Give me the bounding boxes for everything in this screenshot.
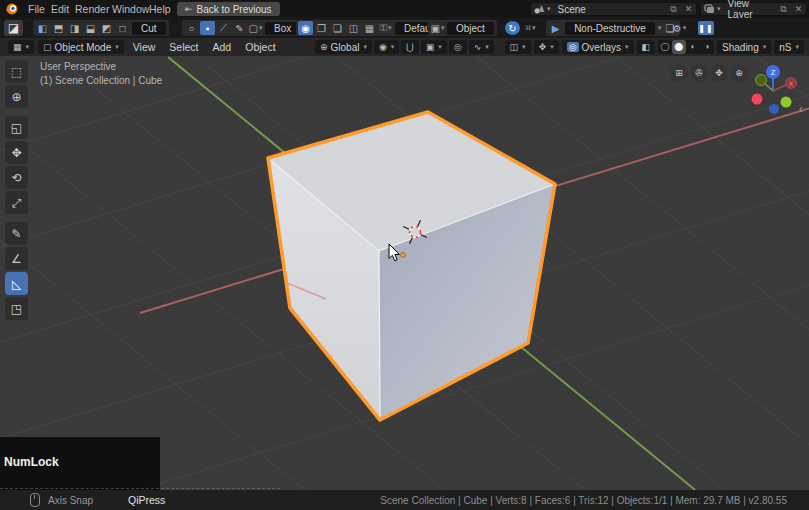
scene-icon: ▾ (531, 4, 554, 14)
object-mode-icon: ▢ (43, 42, 52, 52)
shape-box-icon[interactable]: ▪ (200, 21, 215, 35)
delete-view-layer-icon[interactable]: ✕ (791, 4, 806, 14)
play-icon[interactable]: ▶ (548, 21, 563, 35)
transform-tool[interactable]: ◱ (5, 116, 28, 139)
move-tool[interactable]: ✥ (5, 141, 28, 164)
pause-button[interactable]: ❚❚ (698, 21, 714, 35)
rotate-tool[interactable]: ⟲ (5, 166, 28, 189)
menu-object[interactable]: Object (240, 41, 280, 53)
view-layer-name: View Layer (724, 0, 776, 20)
origin-corner-icon[interactable]: ❏ (330, 21, 345, 35)
scene-selector[interactable]: ▾ Scene ⧉ ✕ (530, 2, 697, 16)
menu-view[interactable]: View (128, 41, 161, 53)
origin-center-icon[interactable]: ◉ (298, 21, 313, 35)
object-visibility-dropdown[interactable]: ◫▾ (505, 40, 531, 54)
viewport-3d[interactable]: ▦▾ ▢ Object Mode▾ View Select Add Object… (0, 38, 809, 490)
falloff-dropdown[interactable]: ∿▾ (469, 40, 494, 54)
back-to-previous-button[interactable]: ⇤ Back to Previous (177, 2, 280, 16)
shading-material-icon[interactable]: ◐ (686, 40, 700, 54)
shading-label: Shading (722, 42, 759, 53)
lock-icon[interactable]: ⚿▾ (378, 21, 393, 35)
proportional-toggle[interactable]: ◎ (449, 40, 467, 54)
delete-scene-icon[interactable]: ✕ (681, 4, 696, 14)
annotate-tool[interactable]: ✎ (5, 222, 28, 245)
menu-select[interactable]: Select (164, 41, 203, 53)
keymap-hint: Axis Snap (48, 495, 93, 506)
orientation-icon[interactable]: ▣▾ (430, 21, 445, 35)
shape-group: ○ ▪ ⟋ ✎ ▢▾ Box (182, 20, 303, 36)
snap-toggle[interactable]: ⋃ (401, 40, 418, 54)
cut-mode-group: ◧ ⬒ ◨ ⬓ ◩ □ Cut (33, 20, 169, 36)
view-perspective-label: User Perspective (40, 61, 116, 72)
cut-slice-icon[interactable]: ◨ (67, 21, 82, 35)
gizmo-z-neg[interactable] (769, 104, 779, 114)
overlays-toggle[interactable]: ◎ Overlays▾ (562, 40, 634, 54)
align-field[interactable]: Object (447, 22, 494, 35)
menu-help[interactable]: Help (145, 0, 175, 18)
scale-tool[interactable]: ⤢ (5, 191, 28, 214)
pivot-dropdown[interactable]: ◉▾ (374, 40, 399, 54)
mode-dropdown[interactable]: ▢ Object Mode▾ (38, 40, 124, 54)
origin-bbox-icon[interactable]: ❐ (314, 21, 329, 35)
shape-ngon-icon[interactable]: ⟋ (216, 21, 231, 35)
pivot-icon: ◉ (379, 42, 387, 52)
ns-label: nS (779, 42, 791, 53)
boxcutter-tool[interactable]: ◺ (5, 272, 28, 295)
menu-file[interactable]: File (24, 0, 49, 18)
new-view-layer-icon[interactable]: ⧉ (776, 4, 791, 15)
view-layer-selector[interactable]: ▾ View Layer ⧉ ✕ (700, 2, 807, 16)
snap-target-icon: ▣ (426, 42, 435, 52)
orientation-dropdown[interactable]: ⊕ Global▾ (315, 40, 372, 54)
menu-add[interactable]: Add (208, 41, 237, 53)
gizmo-x-neg[interactable] (752, 94, 763, 105)
measure-tool[interactable]: ∠ (5, 247, 28, 270)
sort-modifiers-icon[interactable]: ⌗▾ (523, 21, 538, 35)
shape-field[interactable]: Box (265, 22, 300, 35)
hardops-icon[interactable]: ↻ (505, 21, 520, 35)
shading-wireframe-icon[interactable]: ◯ (658, 40, 672, 54)
gizmo-z-label: Z (771, 68, 776, 77)
select-box-tool[interactable]: ⬚ (5, 60, 28, 83)
shape-circle-icon[interactable]: ○ (184, 21, 199, 35)
ns-dropdown[interactable]: nS▾ (774, 40, 804, 54)
cursor-tool[interactable]: ⊕ (5, 85, 28, 108)
origin-edge-icon[interactable]: ◫ (346, 21, 361, 35)
cut-extract-icon[interactable]: □ (115, 21, 130, 35)
pan-view-button[interactable]: ✥ (710, 64, 728, 82)
toggle-ortho-button[interactable]: ⊞ (670, 64, 688, 82)
gizmo-dropdown[interactable]: ✥▾ (534, 40, 559, 54)
active-tool-button[interactable]: ◪ (4, 20, 23, 36)
gizmo-y-axis[interactable] (756, 75, 767, 86)
falloff-curve-icon: ∿ (474, 42, 482, 52)
cut-union-icon[interactable]: ⬒ (51, 21, 66, 35)
menu-edit[interactable]: Edit (47, 0, 73, 18)
topbar: File Edit Render Window Help ⇤ Back to P… (0, 0, 809, 18)
cube-object[interactable] (0, 38, 809, 490)
globe-icon: ⊕ (320, 42, 328, 52)
gizmo-y-neg[interactable] (781, 97, 792, 108)
editor-type-button[interactable]: ▦▾ (8, 40, 34, 54)
viewport-header: ▦▾ ▢ Object Mode▾ View Select Add Object… (0, 38, 809, 56)
new-scene-icon[interactable]: ⧉ (666, 4, 681, 15)
hardops-tool[interactable]: ◳ (5, 297, 28, 320)
workflow-field[interactable]: Non-Destructive (565, 22, 655, 35)
shading-rendered-icon[interactable]: ◑ (700, 40, 714, 54)
cut-inset-icon[interactable]: ⬓ (83, 21, 98, 35)
settings-gear-icon[interactable]: ⚙▾ (672, 21, 687, 35)
sidebar-collapse-arrow[interactable]: ‹ (799, 102, 803, 116)
shading-solid-icon[interactable]: ⬤ (672, 40, 686, 54)
shape-custom-icon[interactable]: ✎ (232, 21, 247, 35)
camera-view-button[interactable]: ✇ (690, 64, 708, 82)
cut-knife-icon[interactable]: ◩ (99, 21, 114, 35)
snap-target-dropdown[interactable]: ▣▾ (421, 40, 447, 54)
operation-field[interactable]: Cut (132, 22, 166, 35)
shape-select-icon[interactable]: ▢▾ (248, 21, 263, 35)
cut-difference-icon[interactable]: ◧ (35, 21, 50, 35)
grid-snap-icon[interactable]: ▦ (362, 21, 377, 35)
back-icon: ⇤ (185, 4, 193, 14)
xray-toggle[interactable]: ◧ (637, 40, 656, 54)
active-object-breadcrumb: (1) Scene Collection | Cube (40, 75, 162, 86)
workflow-chevron-icon[interactable]: ▾ (658, 24, 662, 32)
tool-settings-bar: ◪ ◧ ⬒ ◨ ⬓ ◩ □ Cut ○ ▪ ⟋ ✎ ▢▾ Box ◉ ❐ ❏ ◫… (0, 18, 809, 38)
shading-dropdown[interactable]: Shading▾ (717, 40, 771, 54)
